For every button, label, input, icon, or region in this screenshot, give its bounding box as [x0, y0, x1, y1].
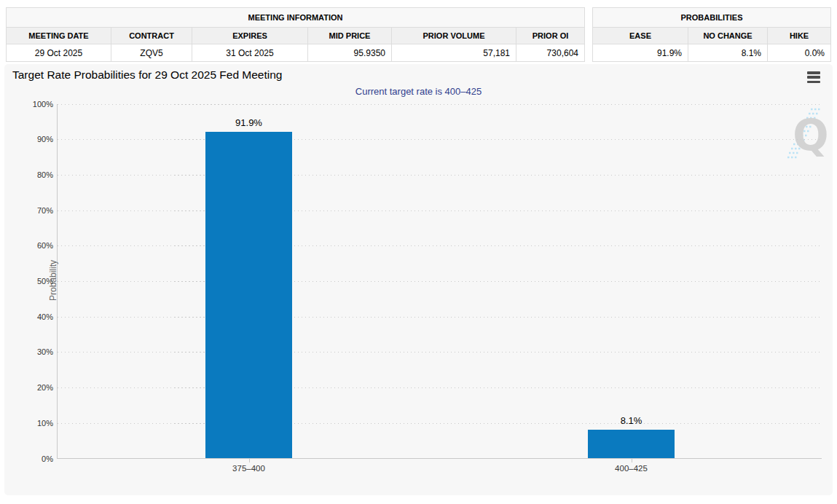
menu-bar — [807, 71, 820, 74]
menu-bar — [807, 76, 820, 79]
meeting-table-title: MEETING INFORMATION — [7, 8, 585, 28]
expires-value: 31 Oct 2025 — [192, 44, 308, 62]
bar-data-label: 8.1% — [602, 415, 661, 426]
col-prior-volume: PRIOR VOLUME — [392, 28, 516, 44]
contract-value: ZQV5 — [111, 44, 192, 62]
y-gridline — [58, 175, 822, 176]
y-gridline — [58, 139, 822, 140]
probability-bar[interactable] — [205, 132, 292, 458]
col-expires: EXPIRES — [192, 28, 308, 44]
hamburger-menu-icon[interactable] — [807, 71, 820, 83]
col-contract: CONTRACT — [111, 28, 192, 44]
x-axis-category-label: 400–425 — [588, 464, 675, 473]
y-gridline — [58, 245, 822, 246]
fedwatch-page: MEETING INFORMATION MEETING DATE CONTRAC… — [0, 0, 837, 504]
x-axis-tick — [632, 459, 632, 462]
y-gridline — [58, 423, 822, 424]
y-axis-tick-label: 10% — [24, 419, 53, 428]
col-mid-price: MID PRICE — [308, 28, 392, 44]
meeting-information-table: MEETING INFORMATION MEETING DATE CONTRAC… — [6, 7, 585, 62]
col-hike: HIKE — [768, 28, 831, 44]
target-rate-chart-panel: Target Rate Probabilities for 29 Oct 202… — [4, 64, 833, 495]
probabilities-table: PROBABILITIES EASE NO CHANGE HIKE 91.9% … — [592, 7, 831, 62]
x-axis-tick — [249, 459, 250, 462]
col-no-change: NO CHANGE — [688, 28, 768, 44]
probabilities-table-title: PROBABILITIES — [593, 8, 831, 28]
chart-title: Target Rate Probabilities for 29 Oct 202… — [12, 68, 282, 82]
y-axis-tick-label: 90% — [24, 135, 53, 143]
col-meeting-date: MEETING DATE — [7, 28, 111, 44]
y-gridline — [58, 104, 822, 105]
y-axis-tick-label: 20% — [24, 383, 53, 392]
y-axis-tick-label: 60% — [24, 241, 53, 250]
y-axis-tick-label: 30% — [24, 347, 53, 356]
no-change-value: 8.1% — [688, 44, 768, 62]
chart-subtitle: Current target rate is 400–425 — [4, 86, 833, 97]
meeting-table-row: 29 Oct 2025 ZQV5 31 Oct 2025 95.9350 57,… — [7, 44, 585, 62]
y-axis-tick-label: 80% — [24, 170, 53, 179]
y-axis-tick-label: 70% — [24, 206, 53, 215]
y-gridline — [58, 281, 822, 282]
y-axis-tick-label: 0% — [24, 454, 53, 463]
meeting-date-value: 29 Oct 2025 — [7, 44, 111, 62]
col-ease: EASE — [593, 28, 688, 44]
probability-bar[interactable] — [588, 430, 675, 458]
ease-value: 91.9% — [593, 44, 688, 62]
y-gridline — [58, 317, 822, 318]
y-gridline — [58, 387, 822, 388]
col-prior-oi: PRIOR OI — [516, 28, 585, 44]
y-axis-tick-label: 40% — [24, 312, 53, 321]
bar-data-label: 91.9% — [220, 117, 278, 128]
y-gridline — [58, 210, 822, 211]
menu-bar — [807, 81, 820, 84]
prior-volume-value: 57,181 — [392, 44, 516, 62]
x-axis-category-label: 375–400 — [205, 464, 293, 473]
probabilities-table-row: 91.9% 8.1% 0.0% — [593, 44, 831, 62]
y-axis-tick-label: 100% — [24, 100, 53, 109]
plot-area: Probability Target Rate (in bps) 0%10%20… — [57, 104, 822, 459]
y-gridline — [58, 352, 822, 353]
prior-oi-value: 730,604 — [516, 44, 585, 62]
y-axis-tick-label: 50% — [24, 277, 53, 286]
hike-value: 0.0% — [768, 44, 831, 62]
mid-price-value: 95.9350 — [308, 44, 392, 62]
